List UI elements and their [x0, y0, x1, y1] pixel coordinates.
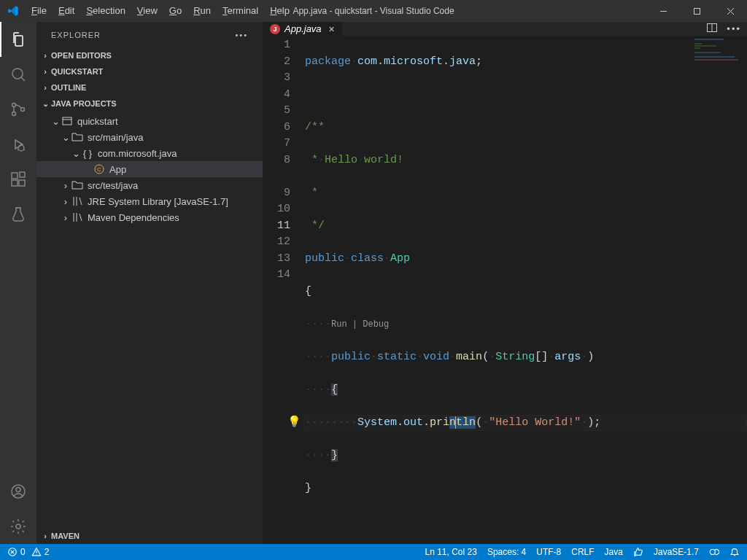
sidebar-more-icon[interactable]: ••• — [235, 31, 248, 39]
activity-bar — [0, 22, 36, 544]
svg-line-28 — [80, 198, 82, 205]
close-button[interactable] — [713, 0, 747, 22]
editor-group: J App.java × ••• src› main› java› com› m… — [263, 22, 747, 544]
menu-go[interactable]: Go — [163, 0, 187, 22]
menu-view[interactable]: View — [131, 0, 163, 22]
menu-selection[interactable]: Selection — [80, 0, 131, 22]
tab-bar: J App.java × ••• — [263, 22, 747, 36]
java-file-icon: J — [270, 24, 280, 34]
library-icon — [71, 195, 83, 207]
activity-search-icon[interactable] — [0, 57, 36, 92]
svg-rect-16 — [19, 180, 25, 186]
split-editor-icon[interactable] — [706, 22, 718, 36]
tree-src-main[interactable]: ⌄ src/main/java — [36, 129, 263, 145]
svg-rect-1 — [694, 8, 700, 14]
activity-account-icon[interactable] — [0, 474, 36, 509]
svg-point-7 — [12, 112, 16, 116]
title-bar: File Edit Selection View Go Run Terminal… — [0, 0, 747, 22]
menu-help[interactable]: Help — [264, 0, 295, 22]
tree-src-test[interactable]: › src/test/java — [36, 177, 263, 193]
sidebar: EXPLORER ••• ›OPEN EDITORS ›QUICKSTART ›… — [36, 22, 263, 544]
code-editor[interactable]: 1 2 3 4 5 6 7 8 9 10 11 12 13 14 package… — [263, 36, 747, 560]
editor-more-icon[interactable]: ••• — [727, 23, 741, 34]
section-workspace[interactable]: ›QUICKSTART — [36, 63, 263, 79]
close-tab-icon[interactable]: × — [329, 23, 335, 35]
tab-app-java[interactable]: J App.java × — [263, 22, 343, 36]
tab-label: App.java — [285, 23, 322, 34]
activity-extensions-icon[interactable] — [0, 162, 36, 197]
codelens-run-debug[interactable]: Run | Debug — [331, 319, 389, 330]
activity-explorer-icon[interactable] — [0, 22, 36, 57]
lightbulb-icon[interactable]: 💡 — [287, 415, 301, 432]
tree-jre[interactable]: › JRE System Library [JavaSE-1.7] — [36, 193, 263, 209]
status-errors[interactable]: 0 — [7, 547, 26, 557]
activity-scm-icon[interactable] — [0, 92, 36, 127]
svg-rect-15 — [12, 180, 18, 186]
section-outline[interactable]: ›OUTLINE — [36, 79, 263, 96]
menu-terminal[interactable]: Terminal — [217, 0, 264, 22]
minimize-button[interactable] — [646, 0, 680, 22]
section-maven[interactable]: ›MAVEN — [36, 528, 263, 544]
folder-icon — [71, 179, 83, 191]
window-title: App.java - quickstart - Visual Studio Co… — [293, 6, 454, 16]
section-java-projects[interactable]: ⌄JAVA PROJECTS — [36, 96, 263, 112]
svg-point-6 — [12, 104, 16, 107]
svg-line-12 — [18, 149, 19, 150]
menu-edit[interactable]: Edit — [53, 0, 80, 22]
tree-project[interactable]: ⌄ quickstart — [36, 113, 263, 129]
tree-maven-deps[interactable]: › Maven Dependencies — [36, 209, 263, 225]
svg-line-5 — [21, 77, 25, 81]
java-projects-tree: ⌄ quickstart ⌄ src/main/java ⌄ { } com.m… — [36, 112, 263, 231]
line-number-gutter: 1 2 3 4 5 6 7 8 9 10 11 12 13 14 — [263, 36, 303, 560]
svg-point-10 — [18, 145, 24, 151]
section-open-editors[interactable]: ›OPEN EDITORS — [36, 47, 263, 63]
svg-text:C: C — [97, 166, 101, 173]
activity-testing-icon[interactable] — [0, 197, 36, 232]
tree-app[interactable]: C App — [36, 161, 263, 177]
activity-debug-icon[interactable] — [0, 127, 36, 162]
svg-rect-22 — [63, 117, 71, 125]
vscode-logo-icon — [0, 5, 26, 17]
window-controls — [646, 0, 747, 22]
menu-run[interactable]: Run — [187, 0, 217, 22]
svg-line-13 — [24, 149, 26, 150]
folder-icon — [71, 131, 83, 143]
tree-package[interactable]: ⌄ { } com.microsoft.java — [36, 145, 263, 161]
class-icon: C — [93, 163, 105, 175]
maximize-button[interactable] — [680, 0, 713, 22]
activity-settings-icon[interactable] — [0, 509, 36, 544]
svg-line-31 — [80, 214, 82, 221]
menu-file[interactable]: File — [26, 0, 53, 22]
svg-point-8 — [21, 108, 25, 112]
svg-point-20 — [16, 488, 20, 492]
project-icon — [61, 115, 73, 127]
library-icon — [71, 211, 83, 223]
menu-bar: File Edit Selection View Go Run Terminal… — [26, 0, 295, 22]
sidebar-title: EXPLORER ••• — [36, 22, 263, 47]
svg-rect-14 — [12, 173, 18, 179]
package-icon: { } — [82, 147, 93, 159]
svg-point-4 — [12, 69, 23, 79]
status-warnings[interactable]: 2 — [31, 547, 50, 557]
svg-point-21 — [16, 524, 20, 529]
svg-rect-17 — [20, 172, 25, 177]
